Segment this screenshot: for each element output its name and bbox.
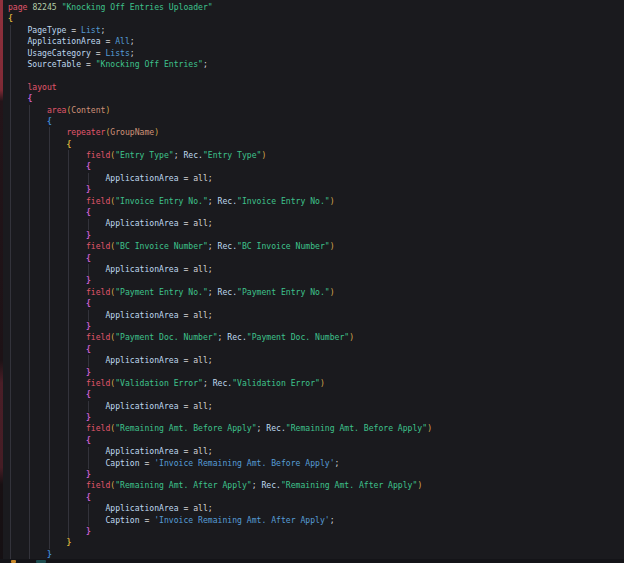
code-line xyxy=(8,70,432,81)
code-line: { xyxy=(8,492,432,503)
code-line: } xyxy=(8,184,432,195)
left-edge-strip xyxy=(0,0,3,563)
code-line: ApplicationArea = all; xyxy=(8,173,432,184)
code-line: ApplicationArea = all; xyxy=(8,264,432,275)
code-line: Caption = 'Invoice Remaining Amt. Before… xyxy=(8,458,432,469)
code-line: area(Content) xyxy=(8,105,432,116)
code-line: } xyxy=(8,526,432,537)
code-line: } xyxy=(8,412,432,423)
code-line: field("Entry Type"; Rec."Entry Type") xyxy=(8,150,432,161)
code-line: field("Remaining Amt. After Apply"; Rec.… xyxy=(8,480,432,491)
code-line: } xyxy=(8,321,432,332)
code-line: layout xyxy=(8,82,432,93)
code-line: field("Payment Entry No."; Rec."Payment … xyxy=(8,287,432,298)
code-line: { xyxy=(8,298,432,309)
code-line: } xyxy=(8,275,432,286)
code-line: field("Remaining Amt. Before Apply"; Rec… xyxy=(8,423,432,434)
code-line: { xyxy=(8,139,432,150)
code-line: { xyxy=(8,389,432,400)
code-line: { xyxy=(8,253,432,264)
code-line: ApplicationArea = all; xyxy=(8,503,432,514)
code-line: ApplicationArea = all; xyxy=(8,355,432,366)
code-line: field("Invoice Entry No."; Rec."Invoice … xyxy=(8,196,432,207)
code-line: repeater(GroupName) xyxy=(8,127,432,138)
code-line: field("Validation Error"; Rec."Validatio… xyxy=(8,378,432,389)
code-line: ApplicationArea = all; xyxy=(8,310,432,321)
code-line: { xyxy=(8,13,432,24)
code-line: } xyxy=(8,230,432,241)
code-line: SourceTable = "Knocking Off Entries"; xyxy=(8,59,432,70)
code-line: Caption = 'Invoice Remaining Amt. After … xyxy=(8,515,432,526)
code-line: { xyxy=(8,207,432,218)
code-line: ApplicationArea = all; xyxy=(8,446,432,457)
code-line: field("BC Invoice Number"; Rec."BC Invoi… xyxy=(8,241,432,252)
code-area: page 82245 "Knocking Off Entries Uploade… xyxy=(0,0,432,563)
code-line: page 82245 "Knocking Off Entries Uploade… xyxy=(8,2,432,13)
code-line: } xyxy=(8,469,432,480)
bottom-edge-band xyxy=(0,559,624,563)
code-line: } xyxy=(8,367,432,378)
code-line: { xyxy=(8,93,432,104)
code-line: { xyxy=(8,116,432,127)
code-editor[interactable]: page 82245 "Knocking Off Entries Uploade… xyxy=(0,0,624,563)
code-line: PageType = List; xyxy=(8,25,432,36)
code-line: { xyxy=(8,344,432,355)
code-line: { xyxy=(8,161,432,172)
code-line: { xyxy=(8,435,432,446)
code-line: ApplicationArea = all; xyxy=(8,401,432,412)
code-line: UsageCategory = Lists; xyxy=(8,48,432,59)
code-line: } xyxy=(8,537,432,548)
code-line: ApplicationArea = all; xyxy=(8,218,432,229)
code-line: ApplicationArea = All; xyxy=(8,36,432,47)
code-line: field("Payment Doc. Number"; Rec."Paymen… xyxy=(8,332,432,343)
